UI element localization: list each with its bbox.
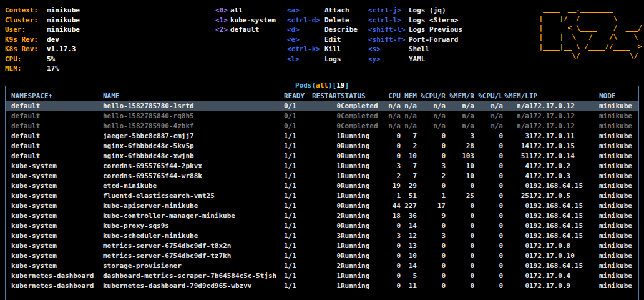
table-cell: 51 xyxy=(401,191,417,201)
menu-item[interactable]: <ctrl-d>Delete xyxy=(287,16,358,26)
table-row[interactable]: kubernetes-dashboarddashboard-metrics-sc… xyxy=(6,271,638,281)
table-cell: 1/1 xyxy=(284,201,312,211)
table-row[interactable]: kube-systemkube-scheduler-minikube1/13Ru… xyxy=(6,231,638,241)
hotkey-label: kube-system xyxy=(230,16,276,24)
column-header-node: NODE xyxy=(599,91,636,101)
table-cell: 192.168.64.15 xyxy=(529,221,599,231)
table-cell: minikube xyxy=(599,181,636,191)
table-row[interactable]: defaultjaeger-5bbc8c887-cmjj71/11Running… xyxy=(6,131,638,141)
table-cell: 0 xyxy=(503,231,529,241)
menu-item[interactable]: <ctrl-l>Logs <Stern> xyxy=(368,16,462,26)
menu-item[interactable]: <a>Attach xyxy=(287,6,358,16)
menu-shortcuts-1: <a>Attach<ctrl-d>Delete<d>Describe<e>Edi… xyxy=(287,6,358,64)
table-row[interactable]: kube-systemkube-proxy-sqs9s1/10Running01… xyxy=(6,221,638,231)
table-cell: 0 xyxy=(474,191,503,201)
table-cell: 0 xyxy=(386,261,401,271)
menu-item[interactable]: <d>Describe xyxy=(287,25,358,35)
table-row[interactable]: defaulthello-1582785780-1srtd0/10Complet… xyxy=(6,101,638,111)
table-row[interactable]: kube-systemfluentd-elasticsearch-vnt251/… xyxy=(6,191,638,201)
table-cell: 4 xyxy=(503,161,529,171)
table-cell: minikube xyxy=(599,131,636,141)
table-cell: default xyxy=(11,141,103,151)
table-cell: 1 xyxy=(312,131,341,141)
table-row[interactable]: kube-systemcoredns-6955765f44-wr88k1/11R… xyxy=(6,171,638,181)
column-header-cpur: %CPU/R xyxy=(417,91,446,101)
namespace-hotkey[interactable]: <0>all xyxy=(215,6,276,16)
menu-item[interactable]: <y>YAML xyxy=(368,54,462,64)
table-row[interactable]: kube-systemmetrics-server-6754dbc9df-t8x… xyxy=(6,241,638,251)
table-cell: 0 xyxy=(474,171,503,181)
menu-item[interactable]: <l>Logs xyxy=(287,54,358,64)
menu-item[interactable]: <ctrl-k>Kill xyxy=(287,44,358,54)
table-cell: 14 xyxy=(401,261,417,271)
table-row[interactable]: defaulthello-1582785900-4zbkf0/10Complet… xyxy=(6,121,638,131)
table-cell: Completed xyxy=(341,111,386,121)
table-row[interactable]: defaultnginx-6fbbbdc48c-xwjnb1/10Running… xyxy=(6,151,638,161)
table-cell: 1 xyxy=(312,171,341,181)
table-row[interactable]: kubernetes-dashboardkubernetes-dashboard… xyxy=(6,281,638,291)
table-cell: 0 xyxy=(446,211,474,221)
k9s-logo: ____ __.________ | |/ _/ __ \______ | < … xyxy=(539,4,642,61)
table-row[interactable]: kube-systemkube-controller-manager-minik… xyxy=(6,211,638,221)
table-cell: n/a xyxy=(503,111,529,121)
namespace-hotkey[interactable]: <1>kube-system xyxy=(215,16,276,26)
table-cell: n/a xyxy=(386,101,401,111)
cluster-info: Context:minikubeCluster:minikubeUser:min… xyxy=(5,6,80,74)
table-cell: coredns-6955765f44-2pkvx xyxy=(103,161,284,171)
table-row[interactable]: kube-systemstorage-provisioner1/12Runnin… xyxy=(6,261,638,271)
table-cell: 10 xyxy=(401,251,417,261)
table-cell: minikube xyxy=(599,231,636,241)
table-cell: n/a xyxy=(401,121,417,131)
menu-item[interactable]: <s>Shell xyxy=(368,44,462,54)
table-cell: 0 xyxy=(417,261,446,271)
table-cell: 29 xyxy=(401,181,417,191)
table-cell: kubernetes-dashboard-79d9cd965-wbzvv xyxy=(103,281,284,291)
table-cell: 3 xyxy=(417,161,446,171)
menu-label: Delete xyxy=(324,16,349,24)
table-cell: minikube xyxy=(599,141,636,151)
table-cell: 1/1 xyxy=(284,221,312,231)
table-cell: 0 xyxy=(474,221,503,231)
table-row[interactable]: kube-systemkube-apiserver-minikube1/10Ru… xyxy=(6,201,638,211)
menu-label: Logs (jq) xyxy=(409,6,446,14)
column-header-namespace: NAMESPACE↑ xyxy=(11,91,103,101)
menu-key: <a> xyxy=(287,6,324,16)
table-row[interactable]: kube-systemetcd-minikube1/10Running19290… xyxy=(6,181,638,191)
table-cell: kube-system xyxy=(11,161,103,171)
table-cell: 172.17.0.14 xyxy=(529,151,599,161)
menu-item[interactable]: <ctrl-j>Logs (jq) xyxy=(368,6,462,16)
table-row[interactable]: defaulthello-1582785840-rq8h50/10Complet… xyxy=(6,111,638,121)
table-cell: kube-system xyxy=(11,171,103,181)
namespace-hotkey[interactable]: <2>default xyxy=(215,25,276,35)
table-cell: 2 xyxy=(417,171,446,181)
table-row[interactable]: kube-systemmetrics-server-6754dbc9df-tz7… xyxy=(6,251,638,261)
table-cell: 10 xyxy=(401,151,417,161)
menu-item[interactable]: <shift-f>Port-Forward xyxy=(368,35,462,45)
table-cell: 0 xyxy=(417,271,446,281)
table-body: defaulthello-1582785780-1srtd0/10Complet… xyxy=(6,101,638,291)
table-cell: 0 xyxy=(446,221,474,231)
column-header-ip: IP xyxy=(529,91,599,101)
table-row[interactable]: kube-systemcoredns-6955765f44-2pkvx1/11R… xyxy=(6,161,638,171)
table-cell: 1 xyxy=(417,191,446,201)
table-row[interactable]: defaultnginx-6fbbbdc48c-5kv5p1/10Running… xyxy=(6,141,638,151)
table-cell: 2 xyxy=(312,261,341,271)
table-cell: 0 xyxy=(386,271,401,281)
menu-item[interactable]: <shift-l>Logs Previous xyxy=(368,25,462,35)
table-cell: 3 xyxy=(386,231,401,241)
column-header-restart: RESTART xyxy=(312,91,341,101)
table-cell: coredns-6955765f44-wr88k xyxy=(103,171,284,181)
info-label: MEM: xyxy=(5,64,47,74)
table-cell: 0 xyxy=(312,141,341,151)
table-cell: 172.17.0.10 xyxy=(529,251,599,261)
table-cell: 0 xyxy=(312,151,341,161)
table-cell: 2 xyxy=(401,141,417,151)
info-label: K9s Rev: xyxy=(5,35,47,45)
table-cell: n/a xyxy=(386,111,401,121)
menu-item[interactable]: <e>Edit xyxy=(287,35,358,45)
table-cell: Running xyxy=(341,241,386,251)
table-cell: 1/1 xyxy=(284,281,312,291)
table-cell: 192.168.64.15 xyxy=(529,261,599,271)
table-cell: n/a xyxy=(474,111,503,121)
menu-key: <s> xyxy=(368,44,409,54)
